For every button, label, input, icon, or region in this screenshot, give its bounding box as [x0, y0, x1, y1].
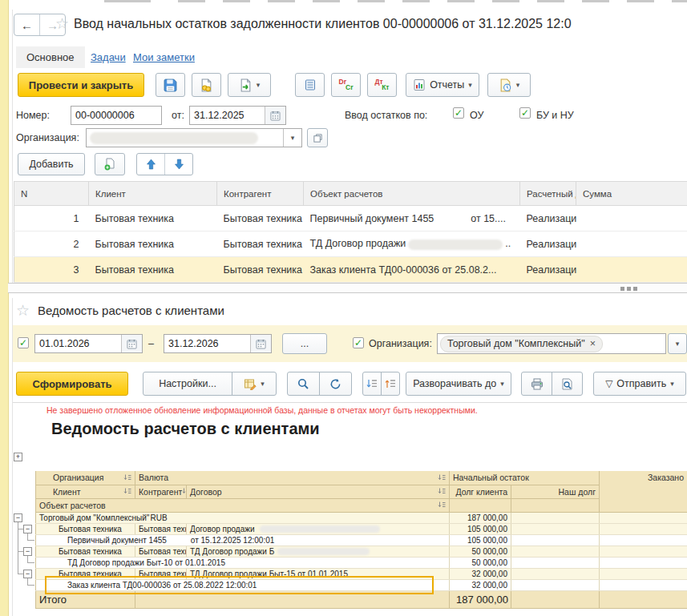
- settings-button[interactable]: Настройки...: [143, 372, 232, 396]
- report-row-group2[interactable]: Бытовая техника Бытовая техника ТД Догов…: [36, 568, 687, 579]
- cell-counterparty[interactable]: Бытовая техника: [217, 257, 304, 283]
- cell-client[interactable]: Бытовая техника: [89, 257, 217, 283]
- number-input[interactable]: 00-00000006: [71, 106, 162, 125]
- cell-counterparty[interactable]: Бытовая техника: [217, 232, 304, 257]
- cell-our-debt[interactable]: [511, 512, 600, 523]
- search-button[interactable]: [287, 372, 320, 396]
- register-list-button[interactable]: [295, 73, 325, 97]
- cell-client-debt[interactable]: 105 000,00: [450, 534, 511, 546]
- sort-icon[interactable]: [123, 488, 131, 495]
- cell-our-debt[interactable]: [511, 557, 600, 568]
- cell-our-debt[interactable]: [511, 523, 600, 534]
- tree-expander-level1[interactable]: −: [14, 513, 22, 522]
- period-checkbox[interactable]: ✓: [18, 337, 29, 348]
- report-variants-button[interactable]: ▾: [232, 372, 277, 396]
- save-button[interactable]: [156, 73, 185, 97]
- report-row-total[interactable]: Итого 187 000,00: [36, 590, 687, 608]
- org-input[interactable]: ▾: [86, 128, 302, 147]
- cell-client[interactable]: Бытовая техника: [36, 568, 135, 579]
- cell-sum[interactable]: [576, 257, 687, 283]
- tab-notes-link[interactable]: Мои заметки: [133, 51, 195, 63]
- cell-object[interactable]: Заказ клиента ТД00-000036 от 25.08.2022 …: [36, 579, 450, 590]
- move-up-button[interactable]: [137, 154, 165, 175]
- collapse-groups-button[interactable]: [381, 372, 400, 396]
- calendar-button[interactable]: [250, 335, 271, 352]
- date-input[interactable]: 31.12.2025: [189, 106, 286, 125]
- generate-button[interactable]: Сформировать: [16, 372, 128, 396]
- col-header-sum[interactable]: Сумма: [576, 182, 687, 206]
- cell-settlement[interactable]: Реализация ...: [520, 257, 576, 283]
- cell-client-debt[interactable]: 32 000,00: [450, 568, 511, 579]
- table-row[interactable]: 1 Бытовая техника Бытовая техника Первич…: [14, 206, 687, 232]
- cell-our-debt[interactable]: [511, 579, 600, 590]
- tab-tasks-link[interactable]: Задачи: [91, 51, 126, 63]
- cell-ordered[interactable]: [600, 546, 687, 557]
- sort-icon[interactable]: [182, 488, 186, 495]
- cell-client[interactable]: Бытовая техника: [36, 523, 135, 534]
- report-row-detail[interactable]: ТД Договор продажи Быт-10 от 01.01.2015 …: [36, 557, 687, 568]
- copy-row-button[interactable]: [95, 153, 125, 175]
- header-contract[interactable]: Договор: [187, 485, 450, 498]
- cell-ordered[interactable]: [600, 523, 687, 534]
- favorite-star-icon[interactable]: ☆: [16, 301, 30, 320]
- refresh-button[interactable]: [319, 372, 352, 396]
- table-row[interactable]: 2 Бытовая техника Бытовая техника ТД Дог…: [14, 232, 687, 257]
- cell-ordered[interactable]: [600, 534, 687, 546]
- ou-checkbox[interactable]: ✓: [453, 107, 464, 119]
- col-header-n[interactable]: N: [14, 182, 89, 206]
- tree-expander-level2[interactable]: −: [23, 547, 32, 556]
- header-ordered[interactable]: Заказано: [600, 471, 687, 512]
- report-row-detail[interactable]: Первичный документ 1455от 15.12.2025 12:…: [36, 534, 687, 546]
- cell-counterparty[interactable]: Бытовая техника: [135, 568, 187, 579]
- sort-icon[interactable]: [123, 474, 131, 481]
- expand-groups-button[interactable]: [362, 372, 382, 396]
- columns-expander[interactable]: +: [14, 453, 22, 461]
- period-more-button[interactable]: ...: [282, 333, 327, 354]
- cell-client[interactable]: Бытовая техника: [89, 232, 217, 257]
- org-filter-caret-button[interactable]: ▾: [668, 333, 687, 354]
- report-row-detail-selected[interactable]: Заказ клиента ТД00-000036 от 25.08.2022 …: [36, 579, 687, 590]
- header-currency[interactable]: Валюта: [135, 471, 450, 485]
- cell-num[interactable]: 1: [14, 206, 89, 232]
- org-filter-checkbox[interactable]: ✓: [353, 337, 364, 348]
- calendar-button[interactable]: [121, 335, 142, 352]
- header-our-debt[interactable]: Наш долг: [511, 485, 600, 498]
- cell-object[interactable]: ТД Договор продажи Быт-10 от 01.01.2015: [36, 557, 450, 568]
- remove-tag-icon[interactable]: ×: [590, 338, 596, 349]
- header-object[interactable]: Объект расчетов: [36, 498, 450, 512]
- sort-icon[interactable]: [438, 501, 446, 509]
- cell-our-debt[interactable]: [511, 546, 600, 557]
- sort-icon[interactable]: [438, 474, 446, 481]
- window-splitter[interactable]: [8, 283, 687, 293]
- header-client[interactable]: Клиент: [36, 485, 135, 498]
- cell-settlement[interactable]: Реализация ...: [520, 206, 576, 232]
- report-row-group1[interactable]: Торговый дом "Комплексный" RUB 187 000,0…: [36, 512, 687, 523]
- cell-object-focused[interactable]: Заказ клиента ТД00-000036 от 25.08.2...: [304, 257, 520, 283]
- cell-our-debt[interactable]: [511, 568, 600, 579]
- tree-expander-level2[interactable]: −: [23, 570, 32, 578]
- drcr-movements-button[interactable]: DrCr: [331, 73, 361, 97]
- print-button[interactable]: [521, 372, 552, 396]
- move-down-button[interactable]: [165, 154, 192, 175]
- period-from-input[interactable]: 01.01.2026: [34, 334, 143, 353]
- cell-num[interactable]: 3: [14, 257, 89, 283]
- cell-counterparty[interactable]: Бытовая техника: [217, 206, 304, 232]
- cell-client-debt[interactable]: 105 000,00: [450, 523, 511, 534]
- header-opening-balance[interactable]: Начальный остаток: [450, 471, 600, 485]
- combo-caret-button[interactable]: ▾: [283, 129, 301, 147]
- post-close-menu-button[interactable]: ▾: [228, 73, 271, 97]
- favorite-star-icon[interactable]: ☆: [55, 14, 69, 33]
- cell-contract[interactable]: Договор продажи: [187, 523, 450, 534]
- change-history-button[interactable]: ▾: [487, 73, 531, 97]
- back-button[interactable]: ←: [14, 14, 40, 35]
- calendar-button[interactable]: [265, 107, 285, 124]
- cell-settlement[interactable]: Реализация ...: [520, 232, 576, 257]
- org-tag[interactable]: Торговый дом "Комплексный" ×: [440, 336, 603, 352]
- add-row-button[interactable]: Добавить: [18, 153, 85, 175]
- cell-num[interactable]: 2: [14, 232, 89, 257]
- cell-sum[interactable]: [576, 232, 687, 257]
- cell-ordered[interactable]: [600, 579, 687, 590]
- cell-currency[interactable]: RUB: [135, 512, 450, 523]
- send-button[interactable]: ▽ Отправить ▾: [593, 372, 686, 396]
- cell-client-debt[interactable]: 50 000,00: [450, 557, 511, 568]
